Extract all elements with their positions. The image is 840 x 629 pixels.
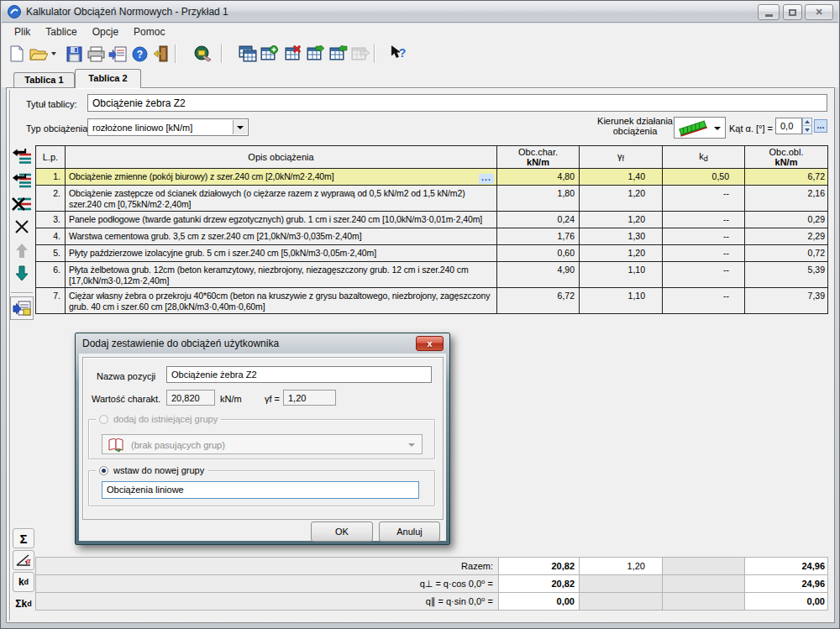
maximize-button[interactable] xyxy=(783,4,802,20)
minimize-button[interactable] xyxy=(758,4,780,20)
new-group-box: wstaw do nowej grupy Obciążenia liniowe xyxy=(88,470,435,506)
summary-row-3: q∥ = q·sin 0,0⁰ =0,000,00 xyxy=(36,593,828,611)
dialog-close-button[interactable]: x xyxy=(416,336,444,351)
load-row-4[interactable]: 4.Warstwa cementowa grub. 3,5 cm z szer.… xyxy=(36,228,828,245)
loads-table: L.p. Opis obciążenia Obc.char.kN/m γf kd… xyxy=(35,145,828,314)
move-up-icon[interactable] xyxy=(12,242,32,259)
existing-group-label: dodaj do istniejącej grupy xyxy=(113,414,218,424)
dialog-title: Dodaj zestawienie do obciążeń użytkownik… xyxy=(82,338,279,349)
app-window: Kalkulator Obciążeń Normowych - Przykład… xyxy=(0,0,840,629)
svg-text:?: ? xyxy=(399,46,407,60)
insert-row-below-icon[interactable] xyxy=(12,172,32,189)
sidebar-divider xyxy=(11,292,33,294)
angle-input[interactable]: 0,0 xyxy=(775,118,802,134)
merge-table-icon[interactable] xyxy=(350,44,370,64)
panel-groove xyxy=(9,90,11,621)
unit-label: kN/m xyxy=(220,394,242,404)
load-row-3[interactable]: 3.Panele podłogowe (twarde gatunki drzew… xyxy=(36,212,828,228)
new-group-input[interactable]: Obciążenia liniowe xyxy=(102,481,419,499)
open-file-icon[interactable] xyxy=(29,44,49,64)
load-collection-icon[interactable] xyxy=(193,44,213,64)
col-gamma: γf xyxy=(580,146,663,169)
load-row-6[interactable]: 6.Płyta żelbetowa grub. 12cm (beton kera… xyxy=(36,262,828,288)
menu-bar: Plik Tablice Opcje Pomoc xyxy=(2,24,838,40)
load-type-label: Typ obciążenia: xyxy=(26,123,90,134)
angle-label: Kąt α. [°] = xyxy=(729,123,773,134)
close-button[interactable]: ✕ xyxy=(805,4,833,20)
combo-arrow-icon xyxy=(408,443,415,447)
tab-tablica-2[interactable]: Tablica 2 xyxy=(75,69,141,88)
sum-button[interactable]: Σ xyxy=(13,528,34,548)
tab-strip: Tablica 1 Tablica 2 xyxy=(2,68,838,87)
cancel-button[interactable]: Anuluj xyxy=(379,522,440,542)
insert-row-above-icon[interactable] xyxy=(12,149,32,165)
load-type-combo-arrow[interactable] xyxy=(233,120,247,134)
window-title: Kalkulator Obciążeń Normowych - Przykład… xyxy=(26,6,228,18)
name-label: Nazwa pozycji xyxy=(97,371,155,381)
existing-group-combo-value: (brak pasujących grup) xyxy=(131,440,225,450)
new-document-icon[interactable] xyxy=(7,44,27,64)
table-title-input[interactable]: Obciążenie żebra Z2 xyxy=(87,94,827,112)
dialog-content: Nazwa pozycji Obciążenie żebra Z2 Wartoś… xyxy=(79,354,446,541)
table-title-label: Tytuł tablicy: xyxy=(26,99,77,109)
existing-group-box: dodaj do istniejącej grupy (brak pasując… xyxy=(88,419,435,459)
delete-row-icon[interactable] xyxy=(12,196,32,212)
load-row-1[interactable]: 1.Obciążenie zmienne (pokój biurowy) z s… xyxy=(36,169,828,186)
print-icon[interactable] xyxy=(86,44,106,64)
export-table-icon[interactable] xyxy=(306,44,326,64)
tab-tablica-1[interactable]: Tablica 1 xyxy=(13,72,75,87)
kd-button[interactable]: kd xyxy=(13,572,34,592)
menu-opcje[interactable]: Opcje xyxy=(85,24,126,40)
ok-button[interactable]: OK xyxy=(311,522,373,542)
direction-combo[interactable] xyxy=(674,117,726,139)
menu-tablice[interactable]: Tablice xyxy=(38,24,84,40)
svg-text:?: ? xyxy=(136,49,142,60)
add-to-user-loads-icon[interactable] xyxy=(10,296,34,320)
new-group-radio[interactable] xyxy=(99,466,108,475)
load-row-2[interactable]: 2.Obciążenie zastępcze od ścianek działo… xyxy=(36,186,828,212)
gamma-input[interactable]: 1,20 xyxy=(283,390,336,406)
load-row-7[interactable]: 7.Ciężar własny żebra o przekroju 40*60c… xyxy=(36,288,828,314)
title-bar: Kalkulator Obciążeń Normowych - Przykład… xyxy=(2,1,838,23)
import-table-icon[interactable] xyxy=(328,44,349,64)
copy-table-icon[interactable] xyxy=(238,44,258,64)
menu-pomoc[interactable]: Pomoc xyxy=(126,24,172,40)
toolbar: ? ? xyxy=(2,40,838,68)
summary-table: Razem:20,821,2024,96q⊥ = q·cos 0,0⁰ =20,… xyxy=(35,557,828,611)
delete-table-icon[interactable] xyxy=(284,44,304,64)
delete-all-icon[interactable] xyxy=(12,218,32,235)
load-row-5[interactable]: 5.Płyty paździerzowe izolacyjne grub. 5 … xyxy=(36,245,828,262)
value-label: Wartość charakt. xyxy=(92,394,160,404)
move-down-icon[interactable] xyxy=(12,265,32,281)
save-icon[interactable] xyxy=(64,44,84,64)
col-char: Obc.char.kN/m xyxy=(497,146,580,169)
menu-plik[interactable]: Plik xyxy=(7,24,38,40)
sum-kd-button[interactable]: Σkd xyxy=(13,594,34,614)
help-icon[interactable]: ? xyxy=(129,44,150,64)
angle-button[interactable]: α xyxy=(13,550,34,570)
name-input[interactable]: Obciążenie żebra Z2 xyxy=(166,366,432,383)
loads-table-header-row: L.p. Opis obciążenia Obc.char.kN/m γf kd… xyxy=(36,146,828,169)
svg-text:α: α xyxy=(26,556,31,565)
col-obl: Obc.obl.kN/m xyxy=(745,146,828,169)
context-help-icon[interactable]: ? xyxy=(389,44,409,64)
col-lp: L.p. xyxy=(36,146,66,169)
col-opis: Opis obciążenia xyxy=(66,146,497,169)
existing-group-combo[interactable]: (brak pasujących grup) xyxy=(102,434,423,454)
value-input[interactable]: 20,820 xyxy=(166,390,215,406)
col-kd: kd xyxy=(663,146,745,169)
add-table-icon[interactable] xyxy=(260,44,280,64)
gamma-label: γf = xyxy=(265,394,280,404)
app-icon xyxy=(8,5,21,18)
angle-more-button[interactable]: ... xyxy=(814,119,827,133)
existing-group-radio[interactable] xyxy=(99,415,108,424)
exit-icon[interactable] xyxy=(150,44,171,64)
group-book-icon xyxy=(108,438,124,453)
open-file-dropdown-icon[interactable] xyxy=(49,44,59,64)
edit-cell-dots[interactable]: ... xyxy=(479,174,494,184)
report-icon[interactable] xyxy=(108,44,128,64)
summary-row-2: q⊥ = q·cos 0,0⁰ =20,8224,96 xyxy=(36,575,828,593)
direction-label: Kierunek działania obciążenia xyxy=(597,116,673,136)
angle-spinner[interactable] xyxy=(802,118,812,134)
load-type-combo[interactable]: rozłożone liniowo [kN/m] xyxy=(87,118,249,136)
